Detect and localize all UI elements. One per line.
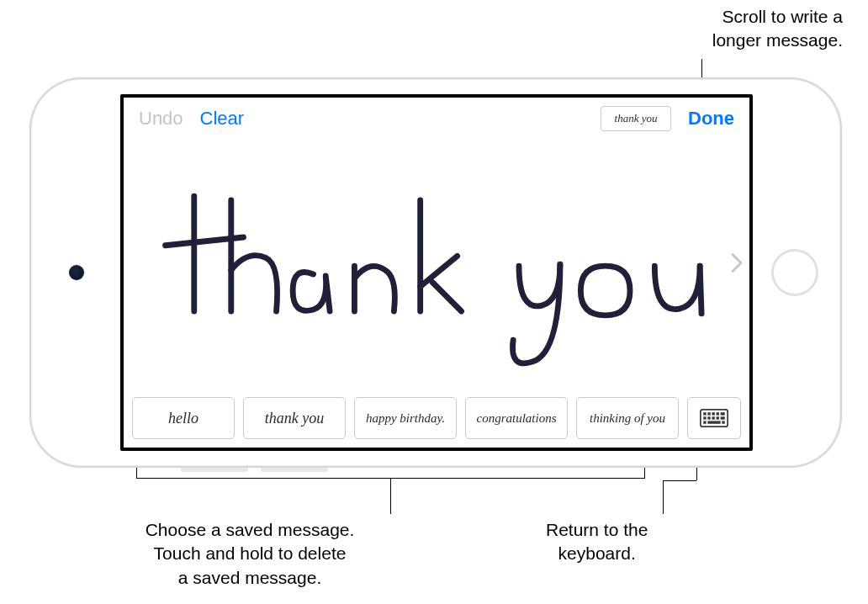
svg-rect-8: [712, 416, 714, 419]
scroll-right-chevron[interactable]: [729, 252, 744, 281]
svg-rect-4: [717, 412, 719, 415]
svg-rect-3: [712, 412, 714, 415]
message-preview[interactable]: thank you: [601, 106, 671, 131]
front-camera: [69, 265, 84, 280]
home-button[interactable]: [771, 249, 818, 296]
callout-keyboard: Return to thekeyboard.: [546, 518, 648, 566]
keyboard-button[interactable]: [687, 397, 741, 439]
callout-line: [663, 480, 696, 481]
saved-message-chip[interactable]: hello: [132, 397, 235, 439]
clear-button[interactable]: Clear: [200, 108, 245, 130]
saved-messages-row: hello thank you happy birthday. congratu…: [124, 390, 749, 448]
callout-saved: Choose a saved message.Touch and hold to…: [90, 518, 410, 590]
done-button[interactable]: Done: [688, 108, 734, 130]
screen: Undo Clear thank you Done: [120, 94, 753, 451]
saved-message-chip[interactable]: thinking of you: [576, 397, 679, 439]
svg-rect-12: [707, 421, 720, 423]
saved-message-chip[interactable]: happy birthday.: [354, 397, 457, 439]
svg-rect-9: [717, 416, 719, 419]
svg-rect-2: [707, 412, 710, 415]
undo-button: Undo: [139, 108, 183, 130]
device-frame: Undo Clear thank you Done: [29, 77, 842, 468]
handwritten-message: [124, 141, 749, 390]
saved-message-chip[interactable]: congratulations: [465, 397, 568, 439]
svg-rect-10: [721, 416, 725, 419]
chevron-right-icon: [729, 252, 744, 275]
toolbar: Undo Clear thank you Done: [124, 98, 749, 141]
svg-rect-6: [703, 416, 706, 419]
saved-message-chip[interactable]: thank you: [243, 397, 346, 439]
handwriting-canvas[interactable]: [124, 141, 749, 390]
svg-rect-1: [703, 412, 706, 415]
callout-line: [390, 478, 391, 514]
handwriting-svg: [149, 154, 724, 378]
keyboard-icon: [700, 408, 728, 428]
svg-rect-11: [703, 421, 706, 423]
svg-rect-5: [721, 412, 725, 415]
callout-scroll: Scroll to write alonger message.: [712, 5, 843, 53]
volume-down-button: [261, 468, 328, 472]
volume-up-button: [181, 468, 248, 472]
svg-rect-13: [722, 421, 724, 423]
callout-line: [663, 480, 664, 514]
svg-rect-7: [707, 416, 710, 419]
